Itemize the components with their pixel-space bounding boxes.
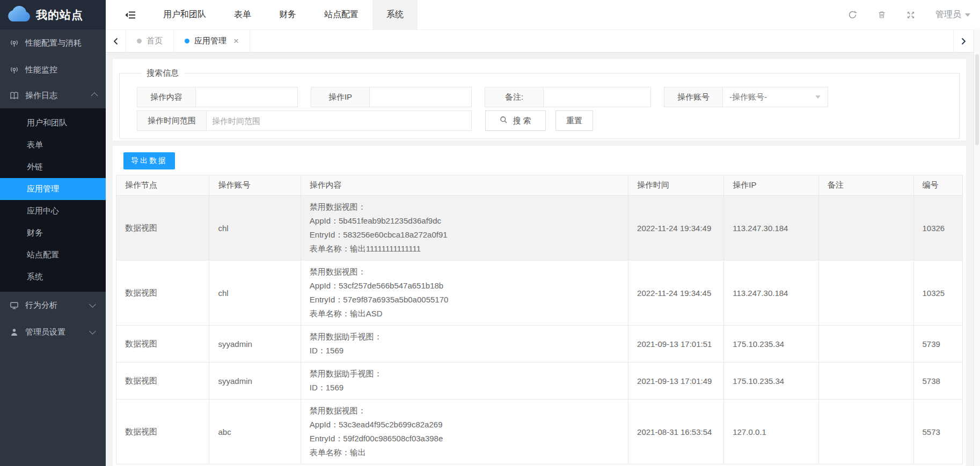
cell-time: 2021-08-31 16:53:54 [628, 400, 724, 464]
sidebar: 我的站点 性能配置与消耗 性能监控 操作日志 用户和团队 表单 外链 应用管理 … [0, 0, 106, 466]
tab-close-icon[interactable]: × [233, 36, 239, 46]
tabs-scroll-right-icon[interactable] [953, 30, 974, 52]
log-table-panel: 导出数据 操作节点 操作账号 操作内容 操作时间 操作IP 备注 编号 [113, 146, 966, 466]
table-row[interactable]: 数据视图 syyadmin 禁用数据助手视图： ID：1569 2021-09-… [116, 363, 963, 400]
cell-time: 2021-09-13 17:01:49 [628, 363, 724, 400]
field-operation-content: 操作内容 [137, 87, 298, 107]
cell-content: 禁用数据视图： AppId：53cf257de566b547a651b18b E… [301, 261, 628, 326]
cell-remark [818, 363, 913, 400]
search-fieldset: 搜索信息 操作内容 操作IP 备注: 操作账号 [119, 68, 960, 139]
remark-input[interactable] [544, 87, 651, 107]
cell-account: syyadmin [209, 363, 301, 400]
nav-item-forms[interactable]: 表单 [220, 0, 265, 29]
sidebar-item-label: 管理员设置 [25, 327, 65, 337]
sidebar-subitem-finance[interactable]: 财务 [0, 222, 106, 244]
table-row[interactable]: 数据视图 syyadmin 禁用数据助手视图： ID：1569 2021-09-… [116, 326, 963, 363]
trash-icon[interactable] [877, 10, 886, 19]
tabs-scroll-left-icon[interactable] [106, 30, 126, 52]
col-header-account: 操作账号 [209, 175, 301, 196]
book-icon [10, 91, 19, 100]
cell-node: 数据视图 [116, 261, 209, 326]
tab-strip: 首页 应用管理 × [106, 29, 974, 53]
sidebar-item-admin-settings[interactable]: 管理员设置 [0, 319, 106, 345]
table-row[interactable]: 数据视图 abc 禁用数据视图： AppId：53c3ead4f95c2b699… [116, 400, 963, 464]
navbar-right-actions: 管理员 [848, 0, 970, 29]
sidebar-item-label: 性能配置与消耗 [25, 38, 82, 48]
sidebar-item-label: 操作日志 [25, 91, 57, 101]
cell-id: 5739 [913, 326, 963, 363]
cell-account: chl [209, 261, 301, 326]
cell-ip: 113.247.30.184 [724, 261, 819, 326]
sidebar-subitem-app-management[interactable]: 应用管理 [0, 178, 106, 200]
monitor-icon [10, 301, 19, 310]
nav-item-users-teams[interactable]: 用户和团队 [149, 0, 220, 29]
tab-dot [185, 39, 189, 43]
sidebar-item-operation-log[interactable]: 操作日志 [0, 83, 106, 108]
operation-account-label: 操作账号 [664, 87, 723, 107]
remark-label: 备注: [485, 87, 544, 107]
cell-node: 数据视图 [116, 326, 209, 363]
sidebar-item-performance-monitor[interactable]: 性能监控 [0, 56, 106, 83]
operation-account-select[interactable]: -操作账号- [723, 87, 828, 107]
cell-node: 数据视图 [116, 363, 209, 400]
sidebar-subitem-forms[interactable]: 表单 [0, 134, 106, 156]
col-header-time: 操作时间 [628, 175, 724, 196]
content-area: 搜索信息 操作内容 操作IP 备注: 操作账号 [106, 53, 974, 466]
sidebar-item-performance-config[interactable]: 性能配置与消耗 [0, 29, 106, 56]
tab-app-management[interactable]: 应用管理 × [174, 30, 250, 52]
operation-content-input[interactable] [196, 87, 298, 107]
cell-id: 10325 [913, 261, 963, 326]
cell-id: 5573 [913, 400, 963, 464]
search-row-2: 操作时间范围 搜 索 重置 [137, 110, 959, 131]
operation-log-table: 操作节点 操作账号 操作内容 操作时间 操作IP 备注 编号 数据视图 chl [116, 175, 963, 464]
nav-item-finance[interactable]: 财务 [265, 0, 310, 29]
cell-account: syyadmin [209, 326, 301, 363]
search-row-1: 操作内容 操作IP 备注: 操作账号 -操作账号- [137, 87, 959, 107]
cell-remark [818, 196, 913, 261]
table-header-row: 操作节点 操作账号 操作内容 操作时间 操作IP 备注 编号 [116, 175, 963, 196]
cell-account: chl [209, 196, 301, 261]
operation-log-submenu: 用户和团队 表单 外链 应用管理 应用中心 财务 站点配置 系统 [0, 108, 106, 292]
tab-label: 应用管理 [194, 36, 226, 46]
sidebar-subitem-users-teams[interactable]: 用户和团队 [0, 112, 106, 134]
cell-time: 2022-11-24 19:34:49 [628, 196, 724, 261]
chevron-down-icon [89, 328, 96, 335]
cell-remark [818, 400, 913, 464]
broadcast-icon [10, 39, 19, 48]
cell-content: 禁用数据助手视图： ID：1569 [301, 326, 628, 363]
user-menu[interactable]: 管理员 [935, 9, 970, 20]
nav-item-site-config[interactable]: 站点配置 [310, 0, 372, 29]
sidebar-subitem-system[interactable]: 系统 [0, 266, 106, 288]
table-row[interactable]: 数据视图 chl 禁用数据视图： AppId：53cf257de566b547a… [116, 261, 963, 326]
cell-node: 数据视图 [116, 196, 209, 261]
top-nav-menu: 用户和团队 表单 财务 站点配置 系统 [149, 0, 418, 29]
search-button[interactable]: 搜 索 [485, 110, 546, 131]
sidebar-subitem-app-center[interactable]: 应用中心 [0, 200, 106, 222]
chevron-up-icon [91, 92, 98, 99]
broadcast-icon [10, 65, 19, 75]
time-range-input[interactable] [207, 110, 472, 131]
sidebar-subitem-site-config[interactable]: 站点配置 [0, 244, 106, 266]
cell-content: 禁用数据助手视图： ID：1569 [301, 363, 628, 400]
sidebar-collapse-icon[interactable] [125, 11, 136, 19]
sidebar-logo[interactable]: 我的站点 [0, 0, 106, 29]
export-data-button[interactable]: 导出数据 [123, 152, 175, 169]
scrollbar-thumb[interactable] [975, 54, 979, 145]
operation-ip-input[interactable] [370, 87, 472, 107]
user-icon [10, 328, 19, 337]
tab-home[interactable]: 首页 [126, 30, 174, 52]
reset-button[interactable]: 重置 [555, 110, 593, 131]
field-operation-ip: 操作IP [311, 87, 472, 107]
refresh-icon[interactable] [848, 10, 857, 19]
sidebar-item-behavior-analysis[interactable]: 行为分析 [0, 292, 106, 319]
nav-item-system[interactable]: 系统 [372, 0, 418, 29]
table-row[interactable]: 数据视图 chl 禁用数据视图： AppId：5b451feab9b21235d… [116, 196, 963, 261]
field-operation-account: 操作账号 -操作账号- [664, 87, 828, 107]
vertical-scrollbar[interactable] [974, 29, 980, 466]
sidebar-subitem-external-links[interactable]: 外链 [0, 156, 106, 178]
cloud-logo-icon [6, 5, 31, 25]
fullscreen-icon[interactable] [906, 11, 915, 19]
tab-dot [137, 39, 142, 43]
site-title: 我的站点 [36, 8, 83, 23]
cell-time: 2022-11-24 19:34:45 [628, 261, 724, 326]
